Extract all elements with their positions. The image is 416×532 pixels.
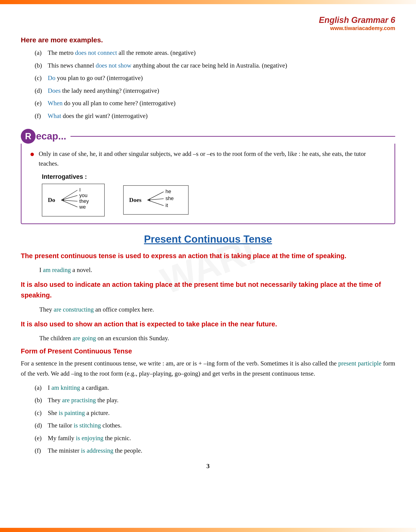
list-item: (b) This news channel does not show anyt… xyxy=(35,61,395,70)
examples-heading: Here are more examples. xyxy=(21,36,395,44)
header-title-text: English Grammar 6 xyxy=(319,15,395,25)
svg-text:they: they xyxy=(79,198,89,204)
recap-title-row: R ecap... xyxy=(21,129,395,144)
highlight: Does xyxy=(48,87,61,94)
item-label: (b) xyxy=(35,61,46,70)
form-example-item: (f) The minister is addressing the peopl… xyxy=(35,446,395,455)
recap-box: ● Only in case of she, he, it and other … xyxy=(21,144,395,224)
list-item: (d) Does the lady need anything? (interr… xyxy=(35,86,395,96)
form-example-item: (d) The tailor is stitching clothes. xyxy=(35,421,395,430)
svg-text:we: we xyxy=(79,204,86,210)
highlight-constructing: are constructing xyxy=(54,306,94,313)
bottom-gradient-bar xyxy=(0,528,416,532)
diagram-does: Does he she it xyxy=(123,185,189,215)
form-example-item: (a) I am knitting a cardigan. xyxy=(35,383,395,393)
definition-3: It is also used to show an action that i… xyxy=(21,319,395,329)
highlight: What xyxy=(47,112,61,119)
list-item: (f) What does the girl want? (interrogat… xyxy=(35,111,395,121)
header-title: English Grammar 6 xyxy=(21,15,395,25)
item-label: (d) xyxy=(35,421,46,430)
item-label: (c) xyxy=(35,408,46,418)
svg-text:I: I xyxy=(79,187,81,193)
highlight: does not show xyxy=(96,62,132,69)
highlight: is stitching xyxy=(74,422,101,429)
recap-bullet: ● xyxy=(30,150,35,158)
highlight: is addressing xyxy=(81,447,113,454)
top-gradient-bar xyxy=(0,0,416,4)
interrogatives-diagrams: Do I you xyxy=(42,184,386,216)
item-label: (c) xyxy=(35,73,46,83)
svg-text:you: you xyxy=(79,193,87,198)
definition-2: It is also used to indicate an action ta… xyxy=(21,279,395,301)
example-2: They are constructing an office complex … xyxy=(21,305,395,315)
svg-text:he: he xyxy=(165,189,171,194)
diagram-do: Do I you xyxy=(42,184,105,216)
highlight: does not connect xyxy=(75,49,117,56)
highlight: is enjoying xyxy=(76,435,103,442)
recap-line xyxy=(70,136,395,137)
item-label: (d) xyxy=(35,86,46,96)
diagram-does-word: Does xyxy=(129,197,142,203)
recap-text: Only in case of she, he, it and other si… xyxy=(39,149,386,169)
list-item: (c) Do you plan to go out? (interrogativ… xyxy=(35,73,395,83)
item-label: (b) xyxy=(35,396,46,405)
highlight: am knitting xyxy=(52,384,80,391)
example-1: I am reading a novel. xyxy=(21,265,395,275)
form-example-item: (e) My family is enjoying the picnic. xyxy=(35,434,395,443)
example-3: The children are going on an excursion t… xyxy=(21,334,395,343)
form-example-item: (b) They are practising the play. xyxy=(35,396,395,405)
page-number: 3 xyxy=(21,462,395,470)
form-examples-list: (a) I am knitting a cardigan. (b) They a… xyxy=(21,383,395,455)
item-label: (f) xyxy=(35,446,46,455)
diagram-do-svg: I you they we xyxy=(59,187,96,213)
list-item: (a) The metro does not connect all the r… xyxy=(35,48,395,58)
section-title-main: Present Continuous Tense xyxy=(21,233,395,245)
list-item: (e) When do you all plan to come here? (… xyxy=(35,98,395,108)
item-label: (e) xyxy=(35,434,46,443)
highlight: When xyxy=(47,100,62,107)
item-label: (f) xyxy=(35,111,46,121)
highlight-reading: am reading xyxy=(43,266,71,273)
item-label: (a) xyxy=(35,383,46,393)
form-heading: Form of Present Continuous Tense xyxy=(21,348,395,355)
page-header: English Grammar 6 www.tiwariacademy.com xyxy=(21,11,395,34)
highlight: is painting xyxy=(59,409,85,416)
recap-title-text: ecap... xyxy=(36,131,66,142)
diagram-does-svg: he she it xyxy=(145,189,180,211)
form-paragraph: For a sentence in the present continuous… xyxy=(21,358,395,379)
form-example-item: (c) She is painting a picture. xyxy=(35,408,395,418)
highlight: Do xyxy=(48,75,56,81)
item-label: (a) xyxy=(35,48,46,58)
interrogatives-label: Interrogatives : xyxy=(42,173,386,180)
definition-1: The present continuous tense is used to … xyxy=(21,251,395,261)
svg-text:it: it xyxy=(165,202,168,208)
header-website: www.tiwariacademy.com xyxy=(21,25,395,31)
svg-text:she: she xyxy=(165,195,174,201)
examples-list: (a) The metro does not connect all the r… xyxy=(21,48,395,120)
svg-line-0 xyxy=(61,190,77,200)
item-label: (e) xyxy=(35,98,46,108)
highlight: are practising xyxy=(62,397,96,404)
recap-section: R ecap... ● Only in case of she, he, it … xyxy=(21,129,395,224)
highlight-participle: present participle xyxy=(338,360,381,367)
recap-circle: R xyxy=(21,129,36,144)
recap-item: ● Only in case of she, he, it and other … xyxy=(30,149,386,169)
highlight-going: are going xyxy=(73,335,96,342)
diagram-do-word: Do xyxy=(48,197,55,203)
